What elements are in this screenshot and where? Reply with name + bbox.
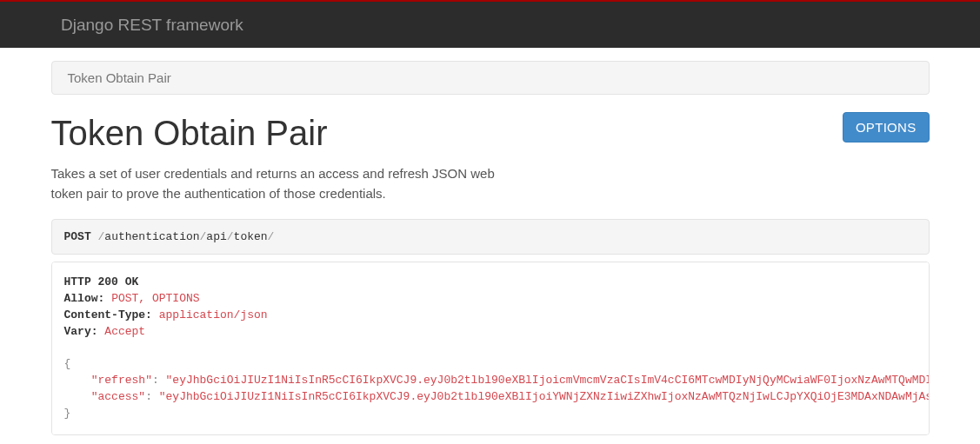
header-name: Allow:: [64, 292, 105, 305]
breadcrumb-item[interactable]: Token Obtain Pair: [68, 70, 171, 85]
path-slash: /: [227, 230, 234, 243]
options-button[interactable]: OPTIONS: [843, 112, 930, 142]
json-colon: :: [145, 390, 152, 403]
path-slash: /: [268, 230, 275, 243]
header-name: Vary:: [64, 325, 98, 338]
header-value: application/json: [159, 308, 268, 321]
main-container: Token Obtain Pair Token Obtain Pair OPTI…: [51, 48, 930, 444]
json-key: "refresh": [91, 374, 152, 387]
json-brace: {: [64, 357, 71, 370]
json-key: "access": [91, 390, 145, 403]
breadcrumb: Token Obtain Pair: [51, 61, 930, 95]
json-brace: }: [64, 407, 71, 420]
navbar: Django REST framework: [0, 2, 980, 48]
status-line: HTTP 200 OK: [64, 275, 139, 288]
path-segment: authentication: [104, 230, 199, 243]
page-header-row: Token Obtain Pair OPTIONS: [51, 112, 930, 154]
json-string: "eyJhbGciOiJIUzI1NiIsInR5cCI6IkpXVCJ9.ey…: [159, 390, 930, 403]
response-box: HTTP 200 OK Allow: POST, OPTIONS Content…: [51, 262, 930, 435]
path-segment: api: [206, 230, 226, 243]
page-title: Token Obtain Pair: [51, 112, 328, 154]
json-colon: :: [152, 374, 159, 387]
request-method: POST: [64, 230, 98, 243]
header-value: POST, OPTIONS: [111, 292, 199, 305]
header-name: Content-Type:: [64, 308, 152, 321]
json-string: "eyJhbGciOiJIUzI1NiIsInR5cCI6IkpXVCJ9.ey…: [166, 374, 930, 387]
request-line: POST /authentication/api/token/: [51, 219, 930, 255]
header-value: Accept: [104, 325, 145, 338]
path-segment: token: [234, 230, 268, 243]
endpoint-description: Takes a set of user credentials and retu…: [51, 164, 521, 203]
brand-link[interactable]: Django REST framework: [61, 16, 243, 35]
